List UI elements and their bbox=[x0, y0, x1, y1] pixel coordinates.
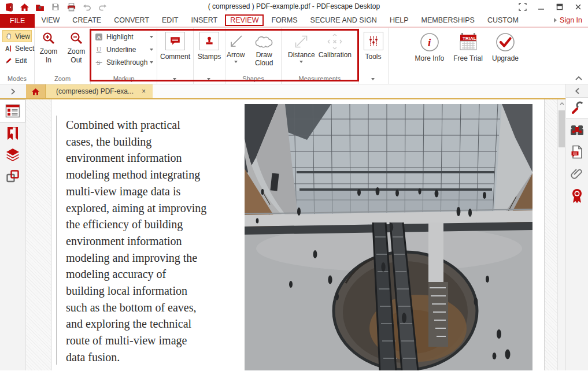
sidebar-item-bookmarks[interactable] bbox=[0, 123, 25, 144]
linked-squares-icon bbox=[6, 169, 20, 183]
document-workspace[interactable]: Combined with practical cases, the build… bbox=[26, 99, 565, 370]
left-panel-expand-chevron-icon[interactable] bbox=[0, 84, 26, 98]
view-mode-label: View bbox=[15, 32, 30, 40]
highlight-button[interactable]: A Highlight bbox=[94, 31, 154, 43]
vertical-scrollbar[interactable] bbox=[557, 99, 565, 370]
svg-text:A: A bbox=[5, 44, 10, 51]
sidebar-item-annotations[interactable] bbox=[566, 141, 588, 163]
svg-text:i: i bbox=[428, 36, 431, 49]
sign-in-button[interactable]: Sign In bbox=[554, 14, 582, 27]
zoom-in-icon bbox=[41, 31, 56, 46]
menu-edit[interactable]: EDIT bbox=[156, 14, 184, 27]
tools-dropdown-icon[interactable] bbox=[371, 78, 375, 80]
distance-button[interactable]: Distance bbox=[288, 32, 315, 63]
more-info-label: More Info bbox=[415, 54, 445, 62]
underline-button[interactable]: U Underline bbox=[94, 43, 154, 56]
zoom-out-icon bbox=[69, 31, 84, 46]
stamps-button[interactable]: Stamps bbox=[194, 28, 225, 84]
home-tab-icon bbox=[31, 87, 40, 96]
tab-home[interactable] bbox=[26, 84, 46, 98]
stamp-icon bbox=[199, 32, 219, 50]
scrollbar-thumb[interactable] bbox=[559, 110, 565, 147]
sign-in-arrow-icon bbox=[554, 18, 557, 23]
sidebar-item-linked-pages[interactable] bbox=[0, 165, 25, 187]
comment-icon bbox=[165, 32, 185, 50]
shapes-group-label: Shapes bbox=[225, 75, 281, 82]
sidebar-item-layers[interactable] bbox=[0, 144, 25, 165]
highlight-label: Highlight bbox=[106, 33, 134, 41]
zoom-out-button[interactable]: Zoom Out bbox=[65, 31, 88, 75]
text-line: building local information bbox=[66, 283, 206, 299]
zoom-in-button[interactable]: Zoom In bbox=[37, 31, 60, 75]
modes-group-label: Modes bbox=[0, 75, 34, 82]
binoculars-icon bbox=[570, 124, 584, 136]
sidebar-item-attachments[interactable] bbox=[566, 163, 588, 185]
menu-file[interactable]: FILE bbox=[0, 14, 35, 28]
menu-review[interactable]: REVIEW bbox=[225, 14, 264, 26]
tools-button[interactable]: Tools bbox=[358, 28, 389, 84]
free-trial-button[interactable]: TRIAL Free Trial bbox=[453, 32, 483, 62]
menu-custom[interactable]: CUSTOM bbox=[481, 14, 525, 27]
upgrade-button[interactable]: Upgrade bbox=[492, 32, 519, 62]
arrow-dropdown-icon[interactable] bbox=[234, 61, 238, 63]
text-line: multi-view image data is bbox=[66, 183, 206, 200]
minimize-icon[interactable] bbox=[534, 1, 549, 12]
thumbnails-icon bbox=[5, 104, 20, 118]
column-rule bbox=[56, 116, 57, 365]
menu-memberships[interactable]: MEMBERSHIPS bbox=[415, 14, 481, 27]
view-mode-button[interactable]: View bbox=[2, 30, 32, 42]
tab-document[interactable]: (compressed) PDF-exa... × bbox=[46, 84, 153, 98]
scrollbar-up-arrow-icon[interactable] bbox=[558, 99, 565, 108]
underline-label: Underline bbox=[106, 46, 136, 54]
right-sidebar bbox=[565, 84, 588, 370]
tools-sliders-icon bbox=[364, 32, 383, 50]
svg-text:U: U bbox=[97, 46, 101, 53]
underline-icon: U bbox=[94, 46, 103, 54]
menu-help[interactable]: HELP bbox=[383, 14, 415, 27]
right-panel-collapse-chevron-icon[interactable] bbox=[566, 84, 588, 97]
stamps-dropdown-icon[interactable] bbox=[207, 78, 210, 80]
tab-close-icon[interactable]: × bbox=[142, 87, 146, 95]
ribbon-toolbar: View A Select Edit Modes Zoom In bbox=[0, 28, 588, 84]
svg-text:A: A bbox=[97, 34, 101, 40]
sidebar-item-signatures[interactable] bbox=[566, 185, 588, 207]
highlight-dropdown-icon[interactable] bbox=[150, 36, 153, 38]
close-icon[interactable] bbox=[571, 1, 586, 12]
select-mode-button[interactable]: A Select bbox=[2, 42, 32, 54]
strikethrough-dropdown-icon[interactable] bbox=[150, 61, 153, 64]
arrow-tool-button[interactable]: Arrow bbox=[227, 32, 245, 68]
menu-view[interactable]: VIEW bbox=[35, 14, 66, 27]
ribbon-group-promo: i More Info TRIAL Free Trial Upgrade bbox=[389, 28, 588, 84]
sidebar-item-thumbnails[interactable] bbox=[0, 99, 25, 123]
zoom-out-label: Zoom Out bbox=[65, 47, 88, 65]
sidebar-item-search[interactable] bbox=[566, 119, 588, 141]
ribbon-collapse-chevron-icon[interactable] bbox=[575, 76, 582, 80]
comment-button[interactable]: Comment bbox=[157, 28, 194, 84]
maximize-icon[interactable] bbox=[552, 1, 567, 12]
menu-forms[interactable]: FORMS bbox=[265, 14, 304, 27]
text-line: route of multi-view image bbox=[66, 332, 206, 349]
edit-mode-button[interactable]: Edit bbox=[2, 54, 32, 66]
menu-create[interactable]: CREATE bbox=[66, 14, 108, 27]
underline-dropdown-icon[interactable] bbox=[150, 49, 153, 51]
menu-convert[interactable]: CONVERT bbox=[108, 14, 156, 27]
layout-fullscreen-icon[interactable] bbox=[515, 1, 530, 12]
text-line: environment information bbox=[66, 233, 206, 250]
strikethrough-icon: S bbox=[94, 58, 103, 66]
comment-dropdown-icon[interactable] bbox=[173, 78, 176, 80]
ribbon-group-shapes: Arrow Draw Cloud Shapes bbox=[225, 28, 282, 84]
title-bar: ( compressed ) PDF-example.pdf - PDFesca… bbox=[0, 0, 588, 14]
menu-insert[interactable]: INSERT bbox=[185, 14, 224, 27]
calibration-button[interactable]: Calibration bbox=[319, 32, 352, 63]
highlight-icon: A bbox=[94, 33, 103, 41]
sidebar-item-tools[interactable] bbox=[566, 97, 588, 119]
more-info-button[interactable]: i More Info bbox=[415, 32, 445, 62]
draw-cloud-button[interactable]: Draw Cloud bbox=[248, 32, 280, 68]
zoom-group-label: Zoom bbox=[35, 75, 90, 82]
text-line: cases, the building bbox=[66, 133, 206, 150]
distance-dropdown-icon[interactable] bbox=[299, 61, 303, 63]
strikethrough-button[interactable]: S Strikethrough bbox=[94, 56, 154, 69]
menu-secure-and-sign[interactable]: SECURE AND SIGN bbox=[304, 14, 383, 27]
layers-icon bbox=[5, 148, 20, 162]
distance-label: Distance bbox=[288, 51, 315, 59]
